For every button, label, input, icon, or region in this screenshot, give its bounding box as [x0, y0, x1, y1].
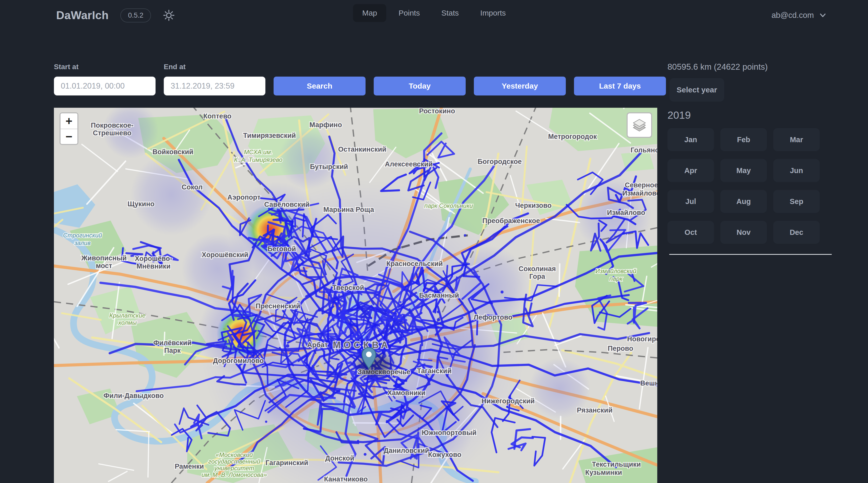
right-sidebar: 80595.6 km (24622 points) Select year 20… [668, 62, 834, 257]
map-place-label: Новогиреево [627, 335, 657, 343]
month-button-mar[interactable]: Mar [773, 128, 820, 151]
version-badge: 0.5.2 [120, 8, 151, 23]
map-place-label: Бутырский [310, 163, 348, 170]
map-place-label: Дорогомилово [213, 357, 264, 364]
map-place-label: им. М. В. Ломоносова» [202, 471, 267, 478]
chevron-down-icon [818, 11, 827, 20]
start-at-field: Start at [54, 63, 156, 95]
start-at-label: Start at [54, 63, 156, 71]
map-place-label: Марфино [309, 121, 342, 129]
month-button-dec[interactable]: Dec [773, 221, 820, 244]
map-place-label: Красносельский [386, 260, 443, 267]
map-place-label: Останкинский [338, 146, 386, 153]
map-place-label: Канатчиково [324, 475, 368, 483]
map-place-label: Аэропорт [227, 194, 260, 201]
layers-icon [631, 117, 648, 133]
month-button-apr[interactable]: Apr [668, 159, 714, 182]
map-place-label: Северное [625, 181, 657, 189]
map-place-label: Измайлово [622, 189, 657, 197]
map-place-label: Гагаринский [266, 459, 308, 466]
map-place-label: Донской [325, 454, 354, 462]
app-logo: DaWarIch [56, 9, 108, 22]
map-place-label: Таганский [417, 367, 452, 375]
year-heading: 2019 [668, 109, 834, 122]
user-menu[interactable]: ab@cd.com [771, 0, 827, 31]
distance-stats: 80595.6 km (24622 points) [668, 62, 834, 72]
map-place-label: Южнопортовый [422, 429, 477, 437]
map-place-label: Гольяново [631, 146, 657, 154]
zoom-out-button[interactable]: − [61, 129, 78, 144]
map-place-label: Арбат [307, 341, 328, 349]
map-place-label: Метрогородок [548, 133, 597, 140]
map-place-label: «Московский [216, 451, 253, 458]
map-place-label: парк [609, 275, 623, 282]
map-place-label: Перово [608, 345, 633, 352]
tab-points[interactable]: Points [389, 4, 429, 22]
map-place-label: Коптево [203, 112, 231, 120]
map-canvas[interactable]: КоптевоПокровское-СтрешневоТимирязевский… [54, 108, 657, 483]
month-button-feb[interactable]: Feb [720, 128, 767, 151]
map-place-label: МОСКВА [333, 340, 391, 350]
last7days-button[interactable]: Last 7 days [574, 76, 666, 95]
map-place-label: Тимирязевский [243, 132, 296, 139]
month-button-jul[interactable]: Jul [668, 190, 714, 213]
map-place-label: Рязанский [577, 407, 613, 414]
map-place-label: Текстильщики [592, 460, 641, 468]
map-place-label: Даниловский [384, 447, 429, 454]
map-place-label: Нижегородский [482, 397, 535, 405]
map-place-label: залив [74, 239, 90, 246]
map-place-label: Покровское- [91, 122, 133, 129]
map-place-label: Гора [529, 272, 546, 280]
yesterday-button[interactable]: Yesterday [474, 76, 566, 95]
map-place-label: Стрешнево [93, 129, 131, 137]
start-at-input[interactable] [54, 76, 156, 95]
tab-map[interactable]: Map [353, 4, 386, 22]
month-button-jun[interactable]: Jun [773, 159, 820, 182]
map-place-label: Мнёвники [136, 262, 170, 270]
map-place-label: парк Сокольники [424, 202, 473, 209]
map-place-label: Савёловский [264, 201, 309, 208]
map-place-label: Раменки [175, 462, 204, 470]
map-place-label: холмы [118, 319, 137, 326]
map-place-label: Хорошёво- [135, 255, 172, 262]
map-place-label: Измайловский [595, 267, 636, 275]
map-place-label: Хамовники [388, 389, 426, 397]
month-button-nov[interactable]: Nov [720, 221, 767, 244]
select-year-button[interactable]: Select year [670, 78, 724, 102]
map-place-label: Кожухово [428, 451, 462, 458]
map-place-label: мост [96, 262, 112, 269]
tab-stats[interactable]: Stats [432, 4, 468, 22]
map-place-label: Войковский [153, 148, 193, 156]
map-place-label: Строгинский [63, 232, 102, 239]
tab-imports[interactable]: Imports [471, 4, 515, 22]
map-place-label: Ростокино [419, 108, 455, 115]
map-place-label: МСХА им. [244, 149, 273, 156]
zoom-in-button[interactable]: + [61, 114, 78, 129]
map-place-label: Щукино [127, 200, 154, 208]
map-place-label: Преображенское [482, 217, 540, 225]
map-place-label: Сокол [182, 183, 203, 191]
end-at-input[interactable] [164, 76, 266, 95]
map-place-label: Филёвский [153, 339, 191, 347]
map-place-label: Басманный [419, 292, 459, 299]
map-place-label: Хорошёвский [202, 251, 248, 259]
month-button-jan[interactable]: Jan [668, 128, 714, 151]
filter-bar: Start at End at Search Today Yesterday L… [54, 63, 666, 95]
month-button-may[interactable]: May [720, 159, 767, 182]
today-button[interactable]: Today [374, 76, 466, 95]
map-place-label: Богородское [478, 158, 522, 165]
nav-tabs: MapPointsStatsImports [353, 4, 515, 22]
month-button-sep[interactable]: Sep [773, 190, 820, 213]
search-button[interactable]: Search [274, 76, 366, 95]
month-button-oct[interactable]: Oct [668, 221, 714, 244]
month-button-aug[interactable]: Aug [720, 190, 767, 213]
user-email: ab@cd.com [771, 11, 814, 20]
map-tiles: КоптевоПокровское-СтрешневоТимирязевский… [54, 108, 657, 483]
end-at-field: End at [164, 63, 266, 95]
layers-button[interactable] [627, 112, 652, 138]
sun-icon [163, 9, 175, 22]
theme-toggle[interactable] [163, 9, 175, 22]
map-place-label: Живописный [81, 254, 127, 262]
map-place-label: Алексеевский [385, 160, 432, 168]
app-header: DaWarIch 0.5.2 MapPointsStatsImports ab@… [0, 0, 868, 33]
